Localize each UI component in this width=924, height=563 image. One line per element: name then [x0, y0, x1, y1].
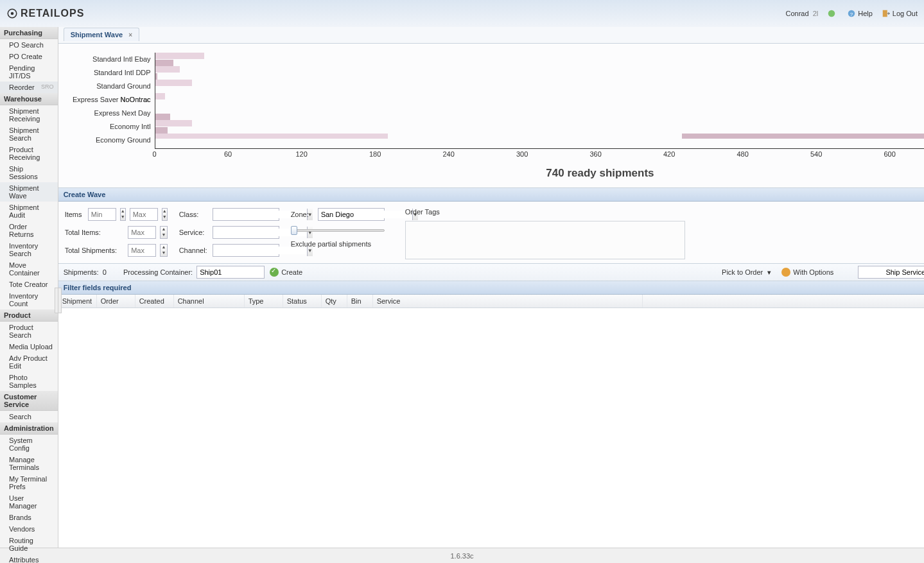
- order-tags-box[interactable]: [405, 221, 685, 259]
- sidebar-item-shipment-audit[interactable]: Shipment Audit: [0, 202, 58, 221]
- sidebar-item-product-receiving[interactable]: Product Receiving: [0, 144, 58, 163]
- svg-point-1: [11, 12, 14, 15]
- label-order-tags: Order Tags: [405, 208, 685, 216]
- grid-col-shipment[interactable]: Shipment: [58, 295, 97, 307]
- user-name[interactable]: Conrad 2l: [785, 10, 818, 17]
- spinner-btn[interactable]: ▲▼: [162, 208, 168, 221]
- grid-col-type[interactable]: Type: [245, 295, 283, 307]
- pick-to-order-button[interactable]: Pick to Order ▾: [717, 267, 776, 278]
- chart-x-axis: 060120180240300360420480540600: [155, 149, 924, 160]
- svg-rect-5: [883, 10, 887, 17]
- sidebar-item-move-container[interactable]: Move Container: [0, 259, 58, 279]
- grid-col-bin[interactable]: Bin: [347, 295, 373, 307]
- items-max-input[interactable]: [130, 208, 158, 221]
- version-label: 1.6.33c: [450, 552, 473, 560]
- presence-icon[interactable]: [827, 9, 838, 18]
- ship-service-combo[interactable]: ▼: [858, 266, 924, 279]
- spinner-btn[interactable]: ▲▼: [160, 226, 167, 239]
- sidebar-item-user-manager[interactable]: User Manager: [0, 492, 58, 512]
- sidebar-item-shipment-search[interactable]: Shipment Search: [0, 125, 58, 144]
- status-bar: 1.6.33c: [0, 548, 924, 563]
- logo-text: RETAILOPS: [21, 8, 84, 19]
- label-exclude: Exclude partial shipments: [291, 240, 371, 248]
- sidebar-item-inventory-search[interactable]: Inventory Search: [0, 240, 58, 259]
- label-items: Items: [65, 211, 84, 218]
- slider[interactable]: [291, 226, 385, 235]
- chart-y-labels: Standard Intl EbayStandard Intl DDPStand…: [65, 53, 155, 149]
- sidebar-item-manage-terminals[interactable]: Manage Terminals: [0, 454, 58, 473]
- label-channel: Channel:: [179, 247, 209, 254]
- sidebar-item-vendors[interactable]: Vendors: [0, 523, 58, 535]
- sidebar-item-pending-jit-ds[interactable]: Pending JIT/DS: [0, 62, 58, 82]
- label-total-shipments: Total Shipments:: [65, 247, 125, 254]
- grid-col-qty[interactable]: Qty: [322, 295, 347, 307]
- filter-header: Filter fields required: [58, 281, 924, 295]
- sidebar-item-product-search[interactable]: Product Search: [0, 322, 58, 341]
- label-class: Class:: [179, 211, 209, 218]
- check-icon: [270, 268, 279, 277]
- items-min-input[interactable]: [88, 208, 116, 221]
- total-shipments-max-input[interactable]: [128, 244, 156, 257]
- sidebar-item-po-create[interactable]: PO Create: [0, 51, 58, 62]
- sidebar-item-attributes[interactable]: Attributes: [0, 554, 58, 563]
- sidebar-item-media-upload[interactable]: Media Upload: [0, 341, 58, 352]
- gear-icon: [6, 8, 18, 19]
- grid-col-status[interactable]: Status: [283, 295, 322, 307]
- label-total-items: Total Items:: [65, 229, 125, 236]
- sidebar-item-photo-samples[interactable]: Photo Samples: [0, 372, 58, 391]
- sidebar-item-brands[interactable]: Brands: [0, 512, 58, 523]
- sidebar-item-ship-sessions[interactable]: Ship Sessions: [0, 163, 58, 182]
- total-items-max-input[interactable]: [128, 226, 156, 239]
- svg-point-2: [828, 10, 835, 17]
- processing-container-input[interactable]: [196, 266, 265, 279]
- sidebar-item-search[interactable]: Search: [0, 411, 58, 422]
- grid-col-created[interactable]: Created: [135, 295, 174, 307]
- shipments-grid-header: ShipmentOrderCreatedChannelTypeStatusQty…: [58, 295, 924, 308]
- shipments-grid-body: [58, 308, 924, 548]
- options-icon: [781, 268, 790, 277]
- grid-col-channel[interactable]: Channel: [174, 295, 245, 307]
- tab-bar: Shipment Wave ×: [58, 27, 924, 44]
- channel-combo[interactable]: ▼: [213, 244, 279, 257]
- sidebar-group-purchasing[interactable]: Purchasing: [0, 27, 58, 39]
- create-wave-panel: Create Wave Items ▲▼ ▲▼ Total Items: ▲▼ …: [58, 187, 924, 548]
- sidebar-item-shipment-receiving[interactable]: Shipment Receiving: [0, 105, 58, 125]
- collapse-handle-right[interactable]: [55, 288, 58, 313]
- grid-col-order[interactable]: Order: [97, 295, 135, 307]
- sidebar-item-order-returns[interactable]: Order Returns: [0, 221, 58, 240]
- header: RETAILOPS Conrad 2l ?Help Log Out: [0, 0, 924, 27]
- tab-shipment-wave[interactable]: Shipment Wave ×: [64, 28, 139, 41]
- label-service: Service:: [179, 229, 209, 236]
- create-button[interactable]: Create: [265, 266, 308, 278]
- container-label: Processing Container:: [123, 268, 193, 276]
- sidebar-item-reorder[interactable]: ReorderSRO: [0, 82, 58, 93]
- sidebar-item-my-terminal-prefs[interactable]: My Terminal Prefs: [0, 473, 58, 492]
- tab-label: Shipment Wave: [71, 31, 123, 39]
- sidebar-item-po-search[interactable]: PO Search: [0, 39, 58, 51]
- grid-col-service[interactable]: Service: [373, 295, 643, 307]
- chart-canvas: [155, 53, 924, 149]
- sidebar-group-product[interactable]: Product: [0, 309, 58, 322]
- chart-area: Standard Intl EbayStandard Intl DDPStand…: [58, 44, 924, 187]
- spinner-btn[interactable]: ▲▼: [120, 208, 126, 221]
- help-link[interactable]: ?Help: [847, 9, 873, 18]
- zone-combo[interactable]: ▼: [318, 208, 385, 221]
- sidebar-group-administration[interactable]: Administration: [0, 422, 58, 435]
- class-combo[interactable]: ▼: [213, 208, 279, 221]
- label-zone: Zone:: [291, 211, 314, 218]
- sidebar-item-system-config[interactable]: System Config: [0, 435, 58, 454]
- logo: RETAILOPS: [6, 8, 84, 19]
- spinner-btn[interactable]: ▲▼: [160, 244, 167, 257]
- with-options-button[interactable]: With Options: [776, 266, 839, 278]
- sidebar-group-warehouse[interactable]: Warehouse: [0, 93, 58, 105]
- sidebar-item-tote-creator[interactable]: Tote Creator: [0, 279, 58, 290]
- service-combo[interactable]: ▼: [213, 226, 279, 239]
- sidebar-item-inventory-count[interactable]: Inventory Count: [0, 290, 58, 309]
- create-wave-toolbar: Shipments: 0 Processing Container: Creat…: [58, 263, 924, 281]
- sidebar-group-customer-service[interactable]: Customer Service: [0, 391, 58, 411]
- sidebar-item-routing-guide[interactable]: Routing Guide: [0, 535, 58, 554]
- close-icon[interactable]: ×: [128, 31, 132, 39]
- sidebar-item-adv-product-edit[interactable]: Adv Product Edit: [0, 352, 58, 372]
- logout-link[interactable]: Log Out: [882, 9, 918, 18]
- sidebar-item-shipment-wave[interactable]: Shipment Wave: [0, 182, 58, 202]
